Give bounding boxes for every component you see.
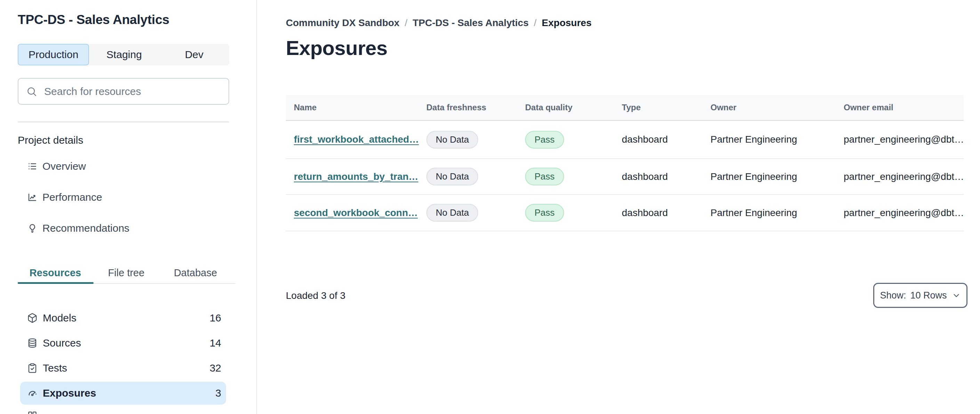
show-value: 10 Rows — [910, 290, 947, 301]
env-tab-dev[interactable]: Dev — [159, 44, 229, 65]
owner-cell: Partner Engineering — [711, 171, 844, 182]
column-header-owner: Owner — [711, 103, 844, 112]
search-box[interactable] — [18, 78, 229, 105]
type-cell: dashboard — [622, 207, 711, 218]
table-row: return_amounts_by_tran… No Data Pass das… — [286, 159, 964, 195]
cube-icon — [27, 313, 38, 323]
list-icon — [27, 161, 38, 172]
gauge-icon — [27, 388, 38, 398]
type-cell: dashboard — [622, 134, 711, 145]
resource-count: 32 — [210, 362, 221, 374]
owner-email-cell: partner_engineering@dbt… — [844, 134, 964, 145]
freshness-badge: No Data — [426, 204, 478, 221]
resource-label: Exposures — [43, 387, 96, 399]
quality-badge: Pass — [525, 168, 564, 185]
owner-email-cell: partner_engineering@dbt… — [844, 171, 964, 182]
sidebar-divider — [18, 121, 229, 123]
sidebar-item-overview[interactable]: Overview — [27, 159, 86, 173]
resource-count: 14 — [210, 337, 221, 349]
sidebar-item-partial[interactable] — [27, 411, 38, 414]
tab-resources[interactable]: Resources — [30, 267, 81, 279]
exposure-name-link[interactable]: second_workbook_conn… — [294, 207, 418, 218]
project-details-label: Project details — [18, 134, 83, 146]
lightbulb-icon — [27, 223, 38, 233]
sidebar: TPC-DS - Sales Analytics Production Stag… — [0, 0, 257, 414]
exposure-name-link[interactable]: return_amounts_by_tran… — [294, 171, 418, 182]
quality-badge: Pass — [525, 204, 564, 221]
project-title: TPC-DS - Sales Analytics — [18, 13, 169, 27]
column-header-owner-email: Owner email — [844, 103, 964, 112]
owner-cell: Partner Engineering — [711, 134, 844, 145]
loaded-status: Loaded 3 of 3 — [286, 290, 345, 301]
owner-email-cell: partner_engineering@dbt… — [844, 207, 964, 218]
owner-cell: Partner Engineering — [711, 207, 844, 218]
breadcrumb: Community DX Sandbox / TPC-DS - Sales An… — [286, 18, 592, 29]
sidebar-item-tests[interactable]: Tests 32 — [20, 357, 226, 379]
sidebar-item-label: Performance — [43, 191, 102, 203]
column-header-data-freshness: Data freshness — [426, 103, 525, 112]
freshness-badge: No Data — [426, 168, 478, 185]
exposure-name-link[interactable]: first_workbook_attached… — [294, 134, 419, 145]
search-input[interactable] — [44, 86, 211, 97]
clipboard-check-icon — [27, 363, 38, 373]
sidebar-item-label: Overview — [43, 160, 86, 172]
breadcrumb-separator: / — [405, 18, 407, 29]
breadcrumb-account[interactable]: Community DX Sandbox — [286, 18, 399, 29]
env-tab-staging[interactable]: Staging — [89, 44, 159, 65]
active-tab-underline — [18, 282, 94, 284]
table-row: first_workbook_attached… No Data Pass da… — [286, 121, 964, 159]
resource-count: 3 — [215, 387, 221, 399]
database-icon — [27, 338, 38, 348]
sidebar-item-performance[interactable]: Performance — [27, 190, 102, 204]
type-cell: dashboard — [622, 171, 711, 182]
resource-label: Tests — [43, 362, 67, 374]
page-title: Exposures — [286, 36, 387, 59]
line-chart-icon — [27, 192, 38, 202]
tab-file-tree[interactable]: File tree — [108, 267, 145, 279]
show-label: Show: — [880, 290, 906, 301]
sidebar-item-models[interactable]: Models 16 — [20, 306, 226, 330]
chevron-down-icon — [952, 291, 961, 300]
freshness-badge: No Data — [426, 131, 478, 148]
breadcrumb-separator: / — [534, 18, 536, 29]
column-header-type: Type — [622, 103, 711, 112]
grid-icon — [27, 411, 38, 414]
tab-database[interactable]: Database — [174, 267, 217, 279]
column-header-name: Name — [286, 103, 426, 112]
sidebar-item-exposures[interactable]: Exposures 3 — [20, 382, 226, 404]
quality-badge: Pass — [525, 131, 564, 148]
search-icon — [26, 86, 37, 97]
table-header-row: Name Data freshness Data quality Type Ow… — [286, 95, 964, 121]
resource-label: Models — [43, 312, 76, 324]
breadcrumb-current: Exposures — [542, 18, 592, 29]
exposures-table: Name Data freshness Data quality Type Ow… — [286, 95, 964, 231]
env-tab-production[interactable]: Production — [18, 44, 89, 65]
table-row: second_workbook_conn… No Data Pass dashb… — [286, 195, 964, 231]
resource-label: Sources — [43, 337, 81, 349]
column-header-data-quality: Data quality — [525, 103, 622, 112]
environment-tabs: Production Staging Dev — [18, 44, 229, 65]
sidebar-item-sources[interactable]: Sources 14 — [20, 331, 226, 355]
resource-count: 16 — [210, 312, 221, 324]
sidebar-item-recommendations[interactable]: Recommendations — [27, 221, 129, 235]
sidebar-item-label: Recommendations — [43, 222, 129, 234]
breadcrumb-project[interactable]: TPC-DS - Sales Analytics — [412, 18, 528, 29]
rows-per-page-dropdown[interactable]: Show: 10 Rows — [873, 283, 967, 308]
